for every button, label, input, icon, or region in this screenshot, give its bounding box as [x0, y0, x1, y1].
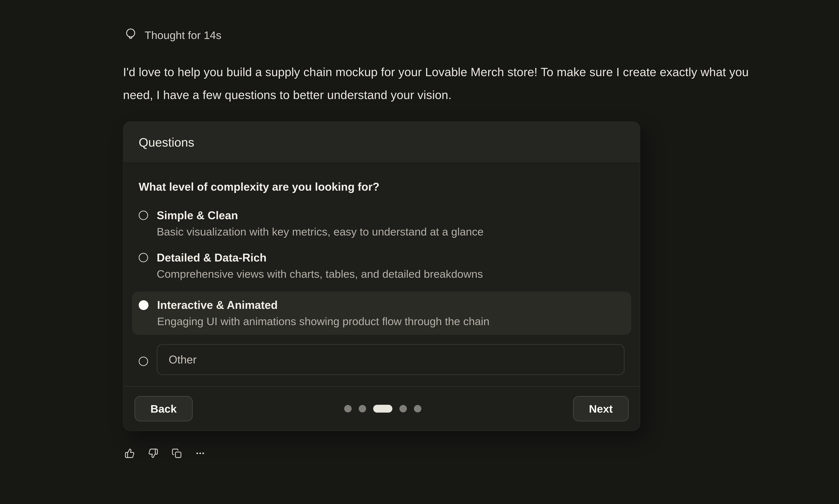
- questions-card: Questions What level of complexity are y…: [123, 121, 640, 431]
- radio-selected-icon[interactable]: [139, 300, 148, 310]
- thought-toggle[interactable]: Thought for 14s: [125, 28, 221, 43]
- option-text: Simple & Clean Basic visualization with …: [157, 207, 484, 240]
- card-header: Questions: [123, 122, 640, 163]
- lightbulb-icon: [125, 28, 137, 43]
- progress-dots: [344, 405, 421, 413]
- progress-dot-active: [373, 405, 392, 413]
- option-interactive-animated[interactable]: Interactive & Animated Engaging UI with …: [132, 292, 631, 335]
- progress-dot: [399, 405, 407, 412]
- copy-icon: [172, 448, 182, 458]
- thumbs-up-icon: [125, 448, 135, 458]
- option-title: Detailed & Data-Rich: [157, 249, 483, 266]
- radio-unselected-icon[interactable]: [139, 211, 148, 220]
- back-button[interactable]: Back: [134, 396, 193, 421]
- option-title: Interactive & Animated: [157, 297, 490, 313]
- option-text: Interactive & Animated Engaging UI with …: [157, 297, 490, 330]
- more-options-button[interactable]: [195, 448, 205, 458]
- next-button[interactable]: Next: [573, 396, 629, 421]
- card-body: What level of complexity are you looking…: [123, 163, 640, 386]
- thumbs-down-icon: [148, 448, 158, 458]
- ellipsis-icon: [195, 448, 205, 458]
- thumbs-down-button[interactable]: [148, 448, 158, 458]
- card-title: Questions: [139, 135, 194, 149]
- option-description: Engaging UI with animations showing prod…: [157, 313, 490, 330]
- option-other[interactable]: [139, 344, 625, 375]
- message-actions: [125, 448, 205, 458]
- progress-dot: [414, 405, 421, 412]
- copy-button[interactable]: [172, 448, 182, 458]
- radio-unselected-icon[interactable]: [139, 357, 148, 366]
- chat-page: Thought for 14s I'd love to help you bui…: [0, 0, 839, 504]
- assistant-message: I'd love to help you build a supply chai…: [123, 61, 756, 107]
- progress-dot: [344, 405, 352, 412]
- card-footer: Back Next: [123, 386, 640, 431]
- thumbs-up-button[interactable]: [125, 448, 135, 458]
- thought-label: Thought for 14s: [144, 29, 221, 41]
- option-simple-clean[interactable]: Simple & Clean Basic visualization with …: [139, 207, 625, 240]
- option-detailed-data-rich[interactable]: Detailed & Data-Rich Comprehensive views…: [139, 249, 625, 282]
- options-list: Simple & Clean Basic visualization with …: [139, 207, 625, 375]
- option-title: Simple & Clean: [157, 207, 484, 223]
- option-description: Basic visualization with key metrics, ea…: [157, 223, 484, 240]
- other-input[interactable]: [157, 344, 625, 375]
- progress-dot: [359, 405, 366, 412]
- question-text: What level of complexity are you looking…: [139, 179, 625, 195]
- option-description: Comprehensive views with charts, tables,…: [157, 266, 483, 282]
- radio-unselected-icon[interactable]: [139, 253, 148, 262]
- option-text: Detailed & Data-Rich Comprehensive views…: [157, 249, 483, 282]
